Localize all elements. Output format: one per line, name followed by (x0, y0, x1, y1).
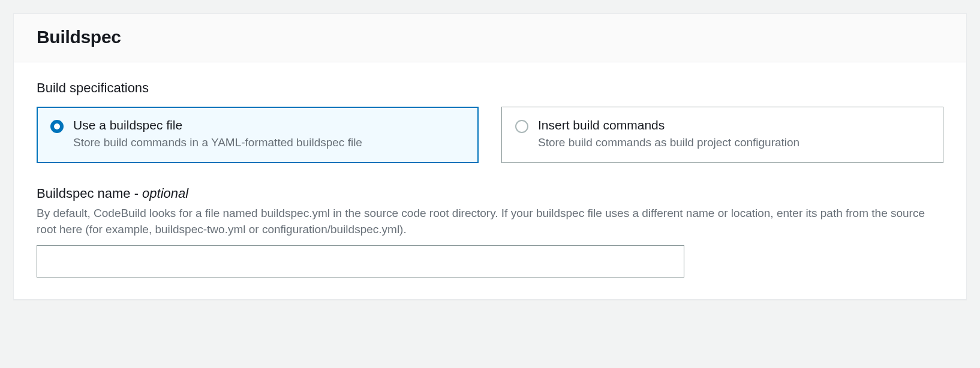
option-use-buildspec-file[interactable]: Use a buildspec file Store build command… (37, 107, 479, 163)
buildspec-panel: Buildspec Build specifications Use a bui… (13, 13, 967, 300)
option-description: Store build commands in a YAML-formatted… (73, 135, 465, 150)
option-insert-build-commands[interactable]: Insert build commands Store build comman… (501, 107, 943, 163)
buildspec-name-help: By default, CodeBuild looks for a file n… (37, 205, 943, 238)
build-specifications-label: Build specifications (37, 80, 943, 96)
radio-icon (50, 120, 64, 133)
buildspec-name-label-optional: optional (142, 186, 188, 201)
option-title: Insert build commands (538, 118, 930, 132)
buildspec-name-label: Buildspec name - optional (37, 186, 943, 201)
option-description: Store build commands as build project co… (538, 135, 930, 150)
panel-title: Buildspec (37, 27, 943, 47)
buildspec-name-input[interactable] (37, 245, 684, 277)
panel-body: Build specifications Use a buildspec fil… (14, 62, 966, 299)
option-title: Use a buildspec file (73, 118, 465, 132)
panel-header: Buildspec (14, 14, 966, 62)
buildspec-name-label-main: Buildspec name - (37, 186, 142, 201)
build-specifications-options: Use a buildspec file Store build command… (37, 107, 943, 163)
radio-icon (515, 120, 528, 133)
